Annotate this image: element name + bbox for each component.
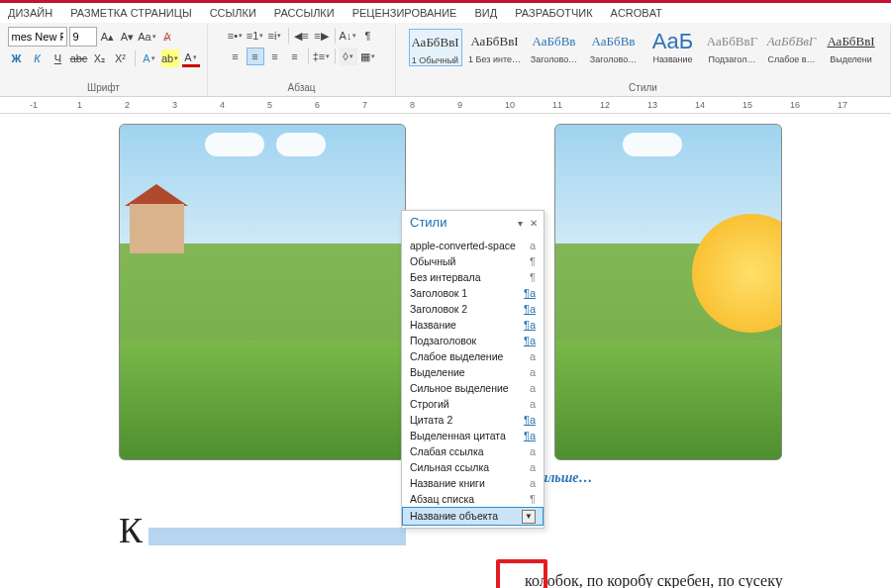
style-list-item[interactable]: Абзац списка¶ xyxy=(402,491,544,507)
ruler-tick: 14 xyxy=(695,100,705,110)
tab-developer[interactable]: РАЗРАБОТЧИК xyxy=(515,7,592,19)
style-gallery-item[interactable]: АаБбВвІ1 Без инте… xyxy=(468,29,522,64)
ruler-tick: 6 xyxy=(315,100,320,110)
style-list-item[interactable]: Подзаголовок¶a xyxy=(402,333,544,348)
justify-icon[interactable]: ≡ xyxy=(286,48,304,65)
subscript-icon[interactable]: X₂ xyxy=(91,49,109,67)
ruler-tick: 3 xyxy=(172,100,177,110)
font-size-combo[interactable] xyxy=(69,27,97,47)
ruler-tick: 13 xyxy=(647,100,657,110)
text-selection xyxy=(148,528,406,545)
pane-close-icon[interactable]: ✕ xyxy=(530,218,538,229)
align-right-icon[interactable]: ≡ xyxy=(266,48,284,65)
style-list-item[interactable]: Сильная ссылкаa xyxy=(402,459,544,475)
document-area[interactable]: И пошел колобок дальше… К колобок, по ко… xyxy=(0,114,891,588)
text-effects-icon[interactable]: A xyxy=(141,49,158,67)
ruler-tick: 10 xyxy=(505,100,515,110)
tab-acrobat[interactable]: ACROBAT xyxy=(611,7,662,19)
tab-design[interactable]: ДИЗАЙН xyxy=(8,7,52,19)
styles-pane[interactable]: Стили ▾ ✕ apple-converted-spaceaОбычный¶… xyxy=(401,210,544,529)
shading-icon[interactable]: ◊ xyxy=(340,48,357,65)
underline-icon[interactable]: Ч xyxy=(50,49,67,67)
change-case-icon[interactable]: Aa xyxy=(139,28,156,46)
numbering-icon[interactable]: ≡1 xyxy=(247,27,264,45)
dec-indent-icon[interactable]: ◀≡ xyxy=(293,27,311,45)
ruler-tick: 11 xyxy=(552,100,562,110)
bullets-icon[interactable]: ≡• xyxy=(227,27,245,45)
pilcrow-icon[interactable]: ¶ xyxy=(359,27,377,45)
ruler-tick: 7 xyxy=(362,100,367,110)
tab-view[interactable]: ВИД xyxy=(474,7,497,19)
style-list-item[interactable]: apple-converted-spacea xyxy=(402,238,544,253)
illustration-left xyxy=(119,124,406,460)
style-list-item[interactable]: Выделенная цитата¶a xyxy=(402,428,544,443)
style-list-item[interactable]: Название книгиa xyxy=(402,475,544,491)
tab-links[interactable]: ССЫЛКИ xyxy=(210,7,256,19)
styles-gallery[interactable]: АаБбВвІ1 ОбычныйАаБбВвІ1 Без инте…АаБбВв… xyxy=(405,27,882,68)
strike-icon[interactable]: abc xyxy=(70,49,88,67)
borders-icon[interactable]: ▦ xyxy=(359,48,377,65)
style-list-item[interactable]: Название¶a xyxy=(402,317,544,333)
clear-format-icon[interactable]: A̷ xyxy=(158,28,176,46)
style-list-item[interactable]: Цитата 2¶a xyxy=(402,412,544,428)
pane-options-icon[interactable]: ▾ xyxy=(518,218,523,229)
style-gallery-item[interactable]: АаБбВвЗаголово… xyxy=(587,29,641,64)
highlight-icon[interactable]: ab xyxy=(161,49,179,67)
style-gallery-item[interactable]: АаБбВвІВыделени xyxy=(825,29,878,64)
style-gallery-item[interactable]: АаБбВвЗаголово… xyxy=(528,29,581,64)
body-text[interactable]: колобок, по коробу скребен, по сусеку л,… xyxy=(119,569,851,588)
ruler-tick: 4 xyxy=(220,100,225,110)
multilevel-icon[interactable]: ≡i xyxy=(266,27,284,45)
ruler[interactable]: -11234567891011121314151617 xyxy=(0,97,891,114)
grow-font-icon[interactable]: A▴ xyxy=(99,28,117,46)
style-list-item[interactable]: Без интервала¶ xyxy=(402,269,544,285)
drop-cap: К xyxy=(119,510,143,551)
style-list-item[interactable]: Заголовок 2¶a xyxy=(402,301,544,317)
group-label-para: Абзац xyxy=(287,81,315,94)
style-gallery-item[interactable]: АаБбВвГПодзагол… xyxy=(706,29,759,64)
group-label-font: Шрифт xyxy=(87,81,120,94)
group-label-styles: Стили xyxy=(629,81,657,94)
bold-icon[interactable]: Ж xyxy=(8,49,26,67)
align-left-icon[interactable]: ≡ xyxy=(227,48,245,65)
style-list-item[interactable]: Заголовок 1¶a xyxy=(402,285,544,301)
style-gallery-item[interactable]: АаБбВвІ1 Обычный xyxy=(409,29,462,66)
ruler-tick: 8 xyxy=(410,100,415,110)
style-gallery-item[interactable]: АаБНазвание xyxy=(646,29,700,64)
sort-icon[interactable]: A↓ xyxy=(340,27,357,45)
ribbon-tabs: ДИЗАЙН РАЗМЕТКА СТРАНИЦЫ ССЫЛКИ РАССЫЛКИ… xyxy=(0,3,891,23)
style-list-item[interactable]: Выделениеa xyxy=(402,364,544,380)
illustration-right xyxy=(554,124,782,460)
shrink-font-icon[interactable]: A▾ xyxy=(119,28,137,46)
inc-indent-icon[interactable]: ≡▶ xyxy=(313,27,331,45)
ruler-tick: 5 xyxy=(267,100,272,110)
tab-mailings[interactable]: РАССЫЛКИ xyxy=(274,7,335,19)
font-name-combo[interactable] xyxy=(8,27,67,47)
style-list-item[interactable]: Сильное выделениеa xyxy=(402,380,544,396)
ribbon: A▴ A▾ Aa A̷ Ж К Ч abc X₂ X² A ab A Шрифт xyxy=(0,23,891,97)
ruler-tick: 1 xyxy=(77,100,82,110)
align-center-icon[interactable]: ≡ xyxy=(247,48,264,65)
tab-review[interactable]: РЕЦЕНЗИРОВАНИЕ xyxy=(352,7,457,19)
styles-pane-title: Стили xyxy=(410,215,446,230)
style-list-item[interactable]: Слабая ссылкаa xyxy=(402,443,544,459)
ruler-tick: -1 xyxy=(30,100,38,110)
style-dropdown-icon[interactable]: ▼ xyxy=(522,510,536,524)
ruler-tick: 9 xyxy=(457,100,462,110)
ruler-tick: 2 xyxy=(125,100,130,110)
style-list-item[interactable]: Слабое выделениеa xyxy=(402,348,544,364)
style-list-item[interactable]: Строгийa xyxy=(402,396,544,412)
font-color-icon[interactable]: A xyxy=(182,49,200,67)
tab-layout[interactable]: РАЗМЕТКА СТРАНИЦЫ xyxy=(70,7,191,19)
style-list-item[interactable]: Обычный¶ xyxy=(402,253,544,269)
line-spacing-icon[interactable]: ‡≡ xyxy=(313,48,331,65)
superscript-icon[interactable]: X² xyxy=(112,49,130,67)
style-gallery-item[interactable]: АаБбВвГСлабое в… xyxy=(765,29,819,64)
italic-icon[interactable]: К xyxy=(29,49,47,67)
ruler-tick: 12 xyxy=(600,100,610,110)
ruler-tick: 17 xyxy=(838,100,847,110)
ruler-tick: 15 xyxy=(742,100,752,110)
ruler-tick: 16 xyxy=(790,100,800,110)
style-list-item[interactable]: Название объекта▼ xyxy=(402,507,544,526)
